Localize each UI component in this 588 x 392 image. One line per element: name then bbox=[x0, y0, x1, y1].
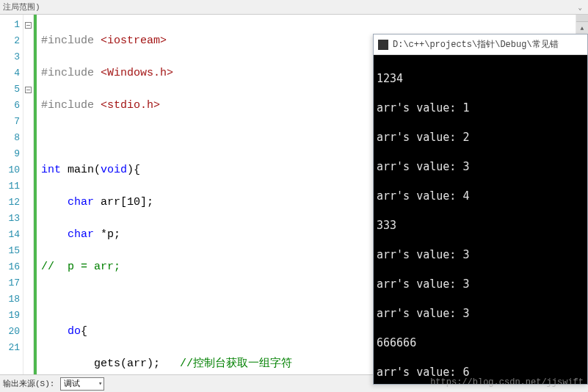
line-number: 12 bbox=[0, 195, 20, 211]
line-number: 19 bbox=[0, 308, 20, 324]
line-number: 3 bbox=[0, 49, 20, 65]
console-line: arr's value: 3 bbox=[377, 277, 584, 291]
console-line: arr's value: 3 bbox=[377, 247, 584, 262]
line-number: 6 bbox=[0, 98, 20, 114]
fold-toggle-icon[interactable] bbox=[25, 22, 32, 29]
line-number: 4 bbox=[0, 65, 20, 81]
line-number: 13 bbox=[0, 211, 20, 227]
console-line: 1234 bbox=[377, 71, 584, 86]
line-number: 2 bbox=[0, 33, 20, 49]
line-number: 8 bbox=[0, 130, 20, 146]
scope-label: 注局范围) bbox=[3, 1, 40, 12]
console-line: arr's value: 1 bbox=[377, 101, 584, 115]
cmd-icon bbox=[378, 40, 388, 50]
line-number: 9 bbox=[0, 146, 20, 162]
console-line: 333 bbox=[377, 218, 584, 233]
split-handle[interactable] bbox=[576, 15, 588, 22]
console-window: D:\c++\projects\指针\Debug\常见错 1234 arr's … bbox=[373, 34, 588, 385]
console-line: 666666 bbox=[377, 335, 584, 350]
watermark: https://blog.csdn.net/jjswift bbox=[430, 377, 584, 388]
console-line: arr's value: 4 bbox=[377, 189, 584, 203]
line-number: 10 bbox=[0, 162, 20, 178]
output-source-combo[interactable]: 调试 bbox=[60, 377, 104, 391]
console-line: arr's value: 3 bbox=[377, 159, 584, 174]
line-number: 7 bbox=[0, 114, 20, 130]
line-number: 17 bbox=[0, 275, 20, 291]
line-number: 20 bbox=[0, 324, 20, 340]
line-number: 11 bbox=[0, 178, 20, 195]
line-number: 18 bbox=[0, 291, 20, 308]
console-title-text: D:\c++\projects\指针\Debug\常见错 bbox=[393, 38, 559, 51]
line-number-gutter: 1 2 3 4 5 6 7 8 9 10 11 12 13 14 15 16 1… bbox=[0, 15, 23, 374]
console-line: arr's value: 3 bbox=[377, 306, 584, 321]
scope-dropdown[interactable]: ⌄ bbox=[576, 1, 585, 12]
line-number: 5 bbox=[0, 81, 20, 98]
output-source-label: 输出来源(S): bbox=[3, 378, 54, 389]
line-number: 1 bbox=[0, 17, 20, 33]
line-number: 21 bbox=[0, 340, 20, 356]
fold-column bbox=[23, 15, 34, 374]
console-output[interactable]: 1234 arr's value: 1 arr's value: 2 arr's… bbox=[374, 55, 587, 384]
console-titlebar[interactable]: D:\c++\projects\指针\Debug\常见错 bbox=[374, 35, 587, 55]
line-number: 15 bbox=[0, 243, 20, 259]
scroll-up-icon[interactable]: ▲ bbox=[576, 22, 588, 35]
line-number: 14 bbox=[0, 227, 20, 243]
chevron-down-icon: ⌄ bbox=[578, 4, 582, 12]
scope-bar: 注局范围) ⌄ bbox=[0, 0, 588, 15]
line-number: 16 bbox=[0, 259, 20, 275]
fold-toggle-icon[interactable] bbox=[25, 87, 32, 93]
console-line: arr's value: 2 bbox=[377, 130, 584, 145]
